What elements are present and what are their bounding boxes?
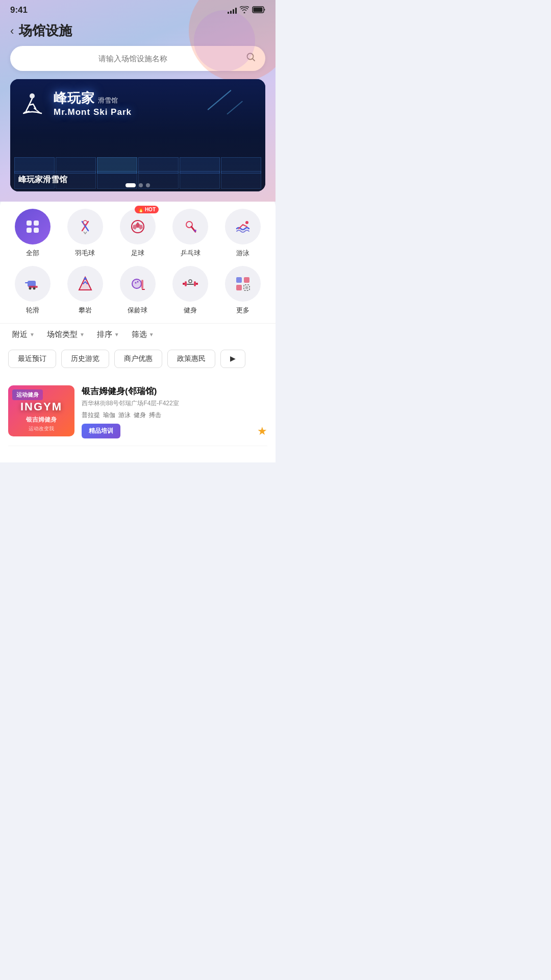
category-swimming[interactable]: 游泳: [219, 209, 267, 258]
svg-rect-31: [187, 284, 194, 285]
filter-bar: 附近 ▼ 场馆类型 ▼ 排序 ▼ 筛选 ▼: [0, 323, 276, 346]
venue-addr-ingym: 西华林街88号邻瑞广场F4层-F422室: [82, 399, 267, 408]
category-climbing-icon: [67, 266, 103, 302]
svg-point-26: [137, 281, 138, 283]
filter-sort-chevron: ▼: [114, 332, 119, 337]
category-pingpong[interactable]: 乒乓球: [166, 209, 215, 258]
svg-rect-7: [34, 228, 39, 233]
back-button[interactable]: ‹: [10, 24, 14, 38]
svg-rect-27: [141, 280, 143, 289]
venue-cta-button[interactable]: 精品培训: [82, 424, 120, 438]
category-all[interactable]: 全部: [8, 209, 57, 258]
venue-tag-fitness: 健身: [134, 411, 146, 420]
category-bowling-icon: [120, 266, 156, 302]
category-pingpong-label: 乒乓球: [181, 249, 201, 258]
venue-tag-boxing: 搏击: [149, 411, 161, 420]
category-all-icon: [15, 209, 51, 244]
category-badminton-icon: [67, 209, 103, 244]
svg-rect-35: [236, 277, 242, 283]
quick-filter-more[interactable]: ▶: [220, 350, 245, 368]
quick-filter-history[interactable]: 历史游览: [61, 350, 109, 368]
svg-rect-4: [27, 220, 32, 226]
category-swimming-icon: [225, 209, 261, 244]
category-more[interactable]: 更多: [219, 266, 267, 315]
category-badminton[interactable]: 羽毛球: [61, 209, 109, 258]
venue-badge-ingym: 运动健身: [12, 389, 43, 400]
filter-nearby[interactable]: 附近 ▼: [8, 328, 39, 341]
filter-screen-chevron: ▼: [149, 332, 154, 337]
banner-cn-title: 峰玩家: [54, 89, 95, 107]
category-badminton-label: 羽毛球: [75, 249, 95, 258]
category-fitness[interactable]: 健身: [166, 266, 215, 315]
quick-filter-policy[interactable]: 政策惠民: [167, 350, 215, 368]
wifi-icon: [240, 6, 249, 15]
svg-point-8: [83, 220, 87, 225]
banner-dot-2[interactable]: [139, 183, 143, 187]
svg-point-19: [33, 287, 35, 290]
category-climbing[interactable]: 攀岩: [61, 266, 109, 315]
venue-img-subtext-2: 运动改变我: [29, 425, 54, 432]
venue-img-text: INGYM: [20, 400, 62, 413]
venue-tag-pilates: 普拉提: [82, 411, 100, 420]
search-input[interactable]: [19, 54, 246, 63]
venue-action-row: 精品培训 ★: [82, 424, 267, 438]
banner-sub-cn: 滑雪馆: [98, 96, 118, 105]
svg-rect-29: [183, 283, 185, 285]
venue-img-subtext-1: 银吉姆健身: [26, 415, 57, 424]
banner-dot-1[interactable]: [126, 183, 136, 187]
category-skating[interactable]: 轮滑: [8, 266, 57, 315]
category-football-label: 足球: [131, 249, 144, 258]
search-icon[interactable]: [246, 52, 256, 65]
filter-sort[interactable]: 排序 ▼: [93, 328, 123, 341]
ski-figure-icon: [23, 91, 48, 116]
quick-filter-discount[interactable]: 商户优惠: [114, 350, 162, 368]
category-all-label: 全部: [26, 249, 39, 258]
status-bar: 9:41: [0, 0, 276, 18]
category-swimming-label: 游泳: [236, 249, 249, 258]
filter-type[interactable]: 场馆类型 ▼: [43, 328, 89, 341]
category-more-label: 更多: [236, 306, 249, 315]
signal-icon: [228, 7, 237, 14]
filter-type-label: 场馆类型: [47, 330, 78, 339]
category-fitness-icon: [172, 266, 208, 302]
category-climbing-label: 攀岩: [79, 306, 92, 315]
category-skating-label: 轮滑: [26, 306, 39, 315]
category-pingpong-icon: [172, 209, 208, 244]
banner-image: 峰玩家 滑雪馆 Mr.Mont Ski Park 峰玩家滑雪馆: [10, 79, 265, 191]
svg-point-39: [245, 286, 248, 289]
venue-tag-swim: 游泳: [118, 411, 131, 420]
filter-type-chevron: ▼: [80, 332, 85, 337]
svg-point-18: [29, 287, 31, 290]
banner-dot-3[interactable]: [146, 183, 150, 187]
nav-bar: ‹ 场馆设施: [0, 18, 276, 46]
hot-badge: 🔥HOT: [135, 206, 159, 213]
search-bar[interactable]: [10, 46, 265, 71]
svg-point-3: [30, 93, 35, 99]
banner: 峰玩家 滑雪馆 Mr.Mont Ski Park 峰玩家滑雪馆: [10, 79, 265, 191]
venue-star-icon[interactable]: ★: [257, 425, 267, 438]
banner-en-title: Mr.Mont Ski Park: [54, 107, 132, 117]
svg-rect-33: [196, 283, 198, 285]
category-bowling[interactable]: 保龄球: [113, 266, 162, 315]
svg-point-2: [247, 54, 254, 60]
svg-point-24: [132, 279, 141, 288]
category-more-icon: [225, 266, 261, 302]
category-fitness-label: 健身: [184, 306, 197, 315]
battery-icon: [252, 6, 265, 15]
venue-card-ingym[interactable]: 运动健身 INGYM 银吉姆健身 运动改变我 银吉姆健身(邻瑞馆) 西华林街88…: [8, 378, 267, 446]
quick-filter-recent[interactable]: 最近预订: [8, 350, 56, 368]
svg-rect-28: [142, 289, 145, 290]
page-title: 场馆设施: [19, 22, 72, 40]
svg-rect-36: [244, 277, 249, 283]
category-football[interactable]: 🔥HOT 足球: [113, 209, 162, 258]
filter-screen[interactable]: 筛选 ▼: [128, 328, 158, 341]
category-skating-icon: [15, 266, 51, 302]
venue-list: 运动健身 INGYM 银吉姆健身 运动改变我 银吉姆健身(邻瑞馆) 西华林街88…: [0, 372, 276, 452]
filter-screen-label: 筛选: [132, 330, 147, 339]
quick-filters: 最近预订 历史游览 商户优惠 政策惠民 ▶: [0, 346, 276, 372]
banner-label: 峰玩家滑雪馆: [18, 175, 67, 185]
svg-rect-5: [34, 220, 39, 226]
venue-name-ingym: 银吉姆健身(邻瑞馆): [82, 385, 267, 397]
filter-nearby-chevron: ▼: [30, 332, 35, 337]
venue-tag-yoga: 瑜伽: [103, 411, 115, 420]
